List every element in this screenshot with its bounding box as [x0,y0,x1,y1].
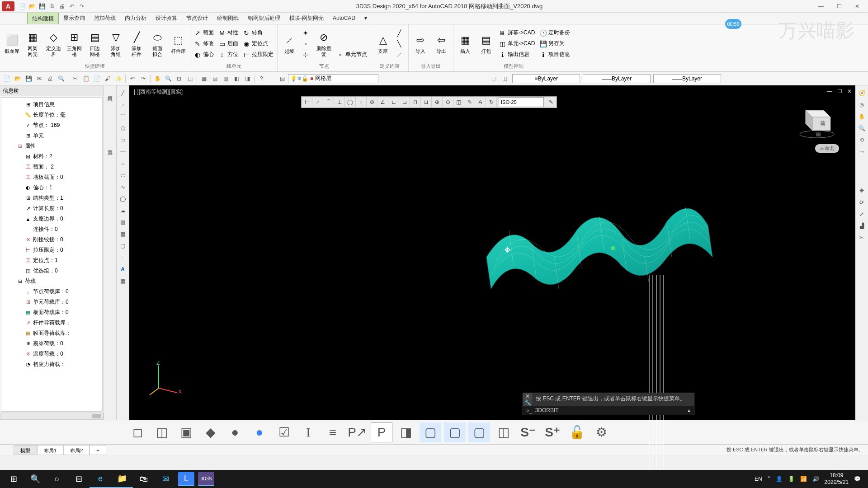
info-tree[interactable]: ⊞项目信息📏长度单位：毫✓节点： 169⊞单元⊟属性M材料：2工截面： 2工墙板… [1,97,103,412]
cmd-wrench-icon[interactable]: 🔧 [523,399,532,406]
qprint-icon[interactable]: 🖨 [45,74,55,84]
dim-jog-icon[interactable]: ⟋ [356,97,367,108]
donut-icon[interactable]: ◯ [118,194,128,204]
minimize-button[interactable]: — [812,1,830,12]
tray-battery-icon[interactable]: 🔋 [788,476,795,482]
view-conceptual-icon[interactable]: ● [224,422,246,442]
view-light3-icon[interactable]: ▢ [468,422,490,442]
dim-cont-icon[interactable]: ⊐ [399,97,410,108]
ribbon-[interactable]: ◦ [300,38,313,49]
search-button[interactable]: 🔍 [24,470,46,488]
paste-icon[interactable]: 📄 [92,74,102,84]
ribbon-输出信息[interactable]: ℹ输出信息 [497,49,537,60]
ribbon-支座[interactable]: △支座 [373,25,393,62]
dim-break-icon[interactable]: ⊔ [421,97,432,108]
explorer-icon[interactable]: 📁 [111,470,133,488]
tree-item[interactable]: ◫优选组：0 [3,266,100,276]
zoom-ext-icon[interactable]: ⊡ [174,74,184,84]
region-icon[interactable]: ▦ [118,229,128,239]
tray-lang[interactable]: EN [755,476,762,482]
ribbon-[interactable]: ⟋ [394,49,406,60]
dim-ord-icon[interactable]: ⊥ [334,97,345,108]
tree-item[interactable]: 工截面： 2 [3,162,100,172]
tab-node-design[interactable]: 节点设计 [182,13,212,24]
view-hidden-icon[interactable]: ▣ [175,422,197,442]
view-shaded-icon[interactable]: ● [249,422,270,442]
lineweight-bylayer[interactable]: —— ByLayer [653,74,721,83]
view-realistic-icon[interactable]: ◆ [200,422,222,442]
nav-zoom-icon[interactable]: 🔍 [857,123,867,133]
store-icon[interactable]: 🛍 [133,470,155,488]
cut-icon[interactable]: ✂ [70,74,80,84]
tab-more[interactable]: ▾ [360,13,372,24]
box-icon[interactable]: ▢ [118,241,128,251]
tree-item[interactable]: 工定位点：1 [3,255,100,266]
viewport-title[interactable]: [-][西南等轴测][真实] [134,88,183,96]
vp-maximize-icon[interactable]: ☐ [835,87,844,95]
viewcube-label[interactable]: 未命名 [815,144,839,153]
sheet-layout2[interactable]: 布局2 [63,445,90,455]
ribbon-插入[interactable]: ▦插入 [455,25,475,62]
tab-draw[interactable]: 绘制图纸 [212,13,243,24]
ribbon-另存为[interactable]: 💾另存为 [538,38,572,49]
ribbon-转角[interactable]: ↻转角 [241,28,275,38]
ribbon-[interactable]: ╲ [394,38,406,49]
tree-item[interactable]: ⊢拉压限定：0 [3,245,100,255]
nav-orbit-icon[interactable]: ⟲ [857,135,867,145]
text-icon[interactable]: A [118,264,128,274]
dim-aligned-icon[interactable]: ⟋ [312,97,323,108]
tool5-icon[interactable]: ◨ [242,74,252,84]
tree-item[interactable]: ⊞结构类型：1 [3,193,100,203]
redo-icon[interactable]: ↷ [138,74,148,84]
ribbon-[interactable]: ⊹ [300,49,313,60]
layer-dropdown[interactable]: 💡❄🔓■ 网格层 [288,74,378,83]
mod-trim-icon[interactable]: ✂ [857,233,867,243]
viewport[interactable]: [-][西南等轴测][真实] — ☐ ✕ ⊢ ⟋ ⌒ ⊥ ◯ ⟋ ⊘ ∠ ⊏ ⊐… [129,85,855,420]
view-grid-icon[interactable]: P [371,422,392,442]
qat-saveas[interactable]: 🖶 [47,2,57,11]
ribbon-杆件库[interactable]: ⬚杆件库 [168,25,188,62]
dim-rad-icon[interactable]: ◯ [345,97,356,108]
tab-module[interactable]: 模块-网架网壳 [285,13,328,24]
tree-item[interactable]: ↗计算长度：0 [3,203,100,214]
cloud-icon[interactable]: ☁ [118,206,128,216]
tree-scroll-h[interactable] [0,413,104,420]
nav-show-icon[interactable]: ▭ [857,147,867,157]
linetype-bylayer[interactable]: —— ByLayer [583,74,651,83]
tray-up-icon[interactable]: ˄ [768,476,770,482]
tree-item[interactable]: M材料：2 [3,151,100,162]
dimstyle-edit-icon[interactable]: ✎ [546,97,557,108]
qat-undo[interactable]: ↶ [67,2,76,11]
help-icon[interactable]: ? [256,74,266,84]
nav-compass-icon[interactable]: 🧭 [857,88,867,98]
app-l-icon[interactable]: L [178,472,194,486]
dimstyle-dropdown[interactable]: ISO-25 [499,97,544,107]
tray-volume-icon[interactable]: 🔊 [812,476,819,482]
ribbon-偏心[interactable]: ◐偏心 [192,49,216,60]
ribbon-单元->CAD[interactable]: ◫单元->CAD [497,38,537,49]
ribbon-四边网格[interactable]: ▤四边网格 [85,25,105,62]
rect-icon[interactable]: ▭ [118,135,128,145]
qat-redo[interactable]: ↷ [77,2,86,11]
dim-arc-icon[interactable]: ⌒ [323,97,334,108]
poly-icon[interactable]: ⬠ [118,123,128,133]
view-lines-icon[interactable]: ≡ [322,422,344,442]
vp-minimize-icon[interactable]: — [826,87,834,95]
hatch-icon[interactable]: ▨ [118,217,128,227]
brush-icon[interactable]: ✨ [113,74,123,84]
qmail-icon[interactable]: ✉ [34,74,44,84]
tree-item[interactable]: ▲支座边界：0 [3,214,100,224]
tab-struct-model[interactable]: 结构建模 [27,13,59,24]
color-bylayer[interactable]: ■ ByLayer [512,74,580,83]
tree-item[interactable]: ▦板面荷载库：0 [3,307,100,318]
maximize-button[interactable]: ☐ [830,1,848,12]
tree-item[interactable]: ↓节点荷载库：0 [3,286,100,297]
command-input[interactable]: ▹_ 3DORBIT ▴ [523,406,694,415]
qnew-icon[interactable]: 📄 [2,74,12,84]
layer-tool1-icon[interactable]: ⬚ [489,74,499,84]
ribbon-网架网壳[interactable]: ▦网架网壳 [23,25,42,62]
curve-icon[interactable]: 〰 [118,147,128,157]
circle-icon[interactable]: ○ [118,159,128,169]
ribbon-项目信息[interactable]: ℹ项目信息 [538,49,572,60]
ribbon-定义边界[interactable]: ◇定义边界 [43,25,63,62]
